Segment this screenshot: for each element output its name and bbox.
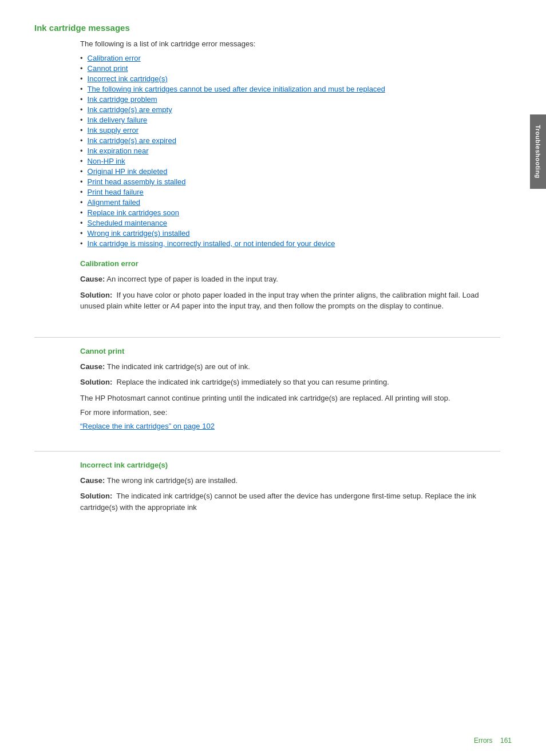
scheduled-maintenance-link[interactable]: Scheduled maintenance	[88, 219, 168, 227]
page-footer: Errors 161	[474, 737, 512, 745]
calibration-cause: Cause: An incorrect type of paper is loa…	[80, 274, 500, 285]
list-item: Scheduled maintenance	[80, 219, 500, 227]
wrong-cartridge-link[interactable]: Wrong ink cartridge(s) installed	[88, 229, 190, 238]
cause-text-3: The wrong ink cartridge(s) are installed…	[107, 476, 238, 485]
solution-label-3: Solution:	[80, 492, 112, 500]
cartridges-expired-link[interactable]: Ink cartridge(s) are expired	[88, 136, 176, 145]
cannot-print-cause: Cause: The indicated ink cartridge(s) ar…	[80, 361, 500, 373]
calibration-error-link[interactable]: Calibration error	[88, 54, 141, 62]
incorrect-cartridge-section: Incorrect ink cartridge(s) Cause: The wr…	[80, 461, 500, 529]
cause-label-3: Cause:	[80, 476, 105, 485]
cause-label-2: Cause:	[80, 362, 105, 371]
solution-label: Solution:	[80, 291, 112, 299]
original-hp-depleted-link[interactable]: Original HP ink depleted	[88, 167, 168, 176]
following-cartridges-link[interactable]: The following ink cartridges cannot be u…	[88, 85, 385, 93]
cannot-print-link[interactable]: Cannot print	[88, 64, 128, 73]
list-item: Ink cartridge(s) are expired	[80, 136, 500, 145]
solution-text-2: Replace the indicated ink cartridge(s) i…	[117, 378, 389, 386]
footer-errors-label: Errors	[474, 737, 493, 745]
list-item: Ink cartridge problem	[80, 95, 500, 104]
cannot-print-title: Cannot print	[80, 347, 500, 355]
print-head-stalled-link[interactable]: Print head assembly is stalled	[88, 177, 186, 186]
solution-text: If you have color or photo paper loaded …	[80, 291, 479, 311]
incorrect-cartridge-title: Incorrect ink cartridge(s)	[80, 461, 500, 469]
calibration-solution: Solution: If you have color or photo pap…	[80, 290, 500, 312]
list-item: Cannot print	[80, 64, 500, 73]
list-item: Wrong ink cartridge(s) installed	[80, 229, 500, 238]
divider-2	[34, 451, 500, 452]
calibration-section-title: Calibration error	[80, 259, 500, 268]
side-tab-label: Troubleshooting	[535, 125, 541, 179]
list-item: Ink supply error	[80, 126, 500, 134]
cartridge-problem-link[interactable]: Ink cartridge problem	[88, 95, 157, 104]
solution-text-3: The indicated ink cartridge(s) cannot be…	[80, 492, 476, 512]
calibration-section: Calibration error Cause: An incorrect ty…	[80, 259, 500, 328]
cause-text: An incorrect type of paper is loaded in …	[106, 275, 278, 283]
list-item: Incorrect ink cartridge(s)	[80, 74, 500, 83]
ink-supply-error-link[interactable]: Ink supply error	[88, 126, 139, 134]
ink-expiration-near-link[interactable]: Ink expiration near	[88, 147, 149, 155]
list-item: Alignment failed	[80, 198, 500, 207]
main-section-title: Ink cartridge messages	[34, 23, 500, 33]
list-item: Original HP ink depleted	[80, 167, 500, 176]
list-item: Print head assembly is stalled	[80, 177, 500, 186]
non-hp-ink-link[interactable]: Non-HP ink	[88, 157, 125, 165]
list-item: Non-HP ink	[80, 157, 500, 165]
side-tab: Troubleshooting	[530, 114, 546, 189]
cartridges-empty-link[interactable]: Ink cartridge(s) are empty	[88, 105, 172, 114]
list-item: Ink expiration near	[80, 147, 500, 155]
ink-delivery-failure-link[interactable]: Ink delivery failure	[88, 116, 148, 124]
list-item: Ink cartridge is missing, incorrectly in…	[80, 239, 500, 248]
alignment-failed-link[interactable]: Alignment failed	[88, 198, 141, 207]
list-item: Calibration error	[80, 54, 500, 62]
incorrect-cartridge-cause: Cause: The wrong ink cartridge(s) are in…	[80, 475, 500, 486]
footer-page-number: 161	[500, 737, 512, 745]
incorrect-cartridge-solution: Solution: The indicated ink cartridge(s)…	[80, 490, 500, 513]
link-list: Calibration error Cannot print Incorrect…	[80, 54, 500, 248]
list-item: The following ink cartridges cannot be u…	[80, 85, 500, 93]
incorrect-cartridge-link[interactable]: Incorrect ink cartridge(s)	[88, 74, 168, 83]
divider	[34, 337, 500, 338]
list-item: Print head failure	[80, 188, 500, 196]
list-item: Replace ink cartridges soon	[80, 208, 500, 217]
cannot-print-section: Cannot print Cause: The indicated ink ca…	[80, 347, 500, 442]
cannot-print-solution: Solution: Replace the indicated ink cart…	[80, 377, 500, 388]
cannot-print-extra1: The HP Photosmart cannot continue printi…	[80, 393, 500, 404]
intro-text: The following is a list of ink cartridge…	[80, 39, 500, 48]
cause-text-2: The indicated ink cartridge(s) are out o…	[107, 362, 250, 371]
list-item: Ink delivery failure	[80, 116, 500, 124]
print-head-failure-link[interactable]: Print head failure	[88, 188, 144, 196]
cartridge-missing-link[interactable]: Ink cartridge is missing, incorrectly in…	[88, 239, 335, 248]
replace-cartridges-page-link[interactable]: “Replace the ink cartridges” on page 102	[80, 422, 215, 430]
cause-label: Cause:	[80, 275, 105, 283]
replace-cartridges-soon-link[interactable]: Replace ink cartridges soon	[88, 208, 179, 217]
list-item: Ink cartridge(s) are empty	[80, 105, 500, 114]
solution-label-2: Solution:	[80, 378, 112, 386]
cannot-print-extra2: For more information, see:	[80, 407, 500, 418]
